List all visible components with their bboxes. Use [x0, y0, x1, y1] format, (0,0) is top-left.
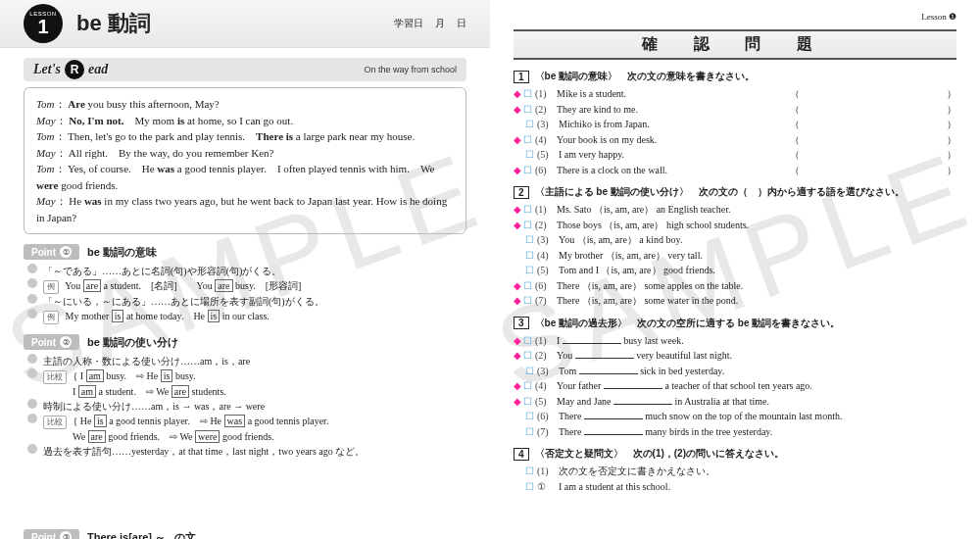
question-row: ◆☐(2)Those boys （is, am, are） high schoo…	[514, 218, 956, 233]
checkbox-icon: ☐	[523, 132, 532, 148]
section-number: 1	[514, 71, 529, 83]
item-number: (5)	[537, 263, 559, 278]
item-text: Mike is a student.	[557, 86, 626, 102]
diamond-icon: ◆	[514, 202, 521, 218]
bullet-icon	[27, 414, 37, 423]
answer-paren: （ ）	[790, 132, 956, 148]
point-line: 「～にいる，～にある」……あとに場所を表す副詞(句)がくる。	[27, 294, 466, 309]
item-number: (7)	[537, 424, 559, 440]
dialog-line: Tom： Yes, of course. He was a good tenni…	[36, 161, 454, 193]
item-text: There is a clock on the wall.	[557, 163, 667, 178]
bullet-icon	[27, 399, 37, 409]
checkbox-icon: ☐	[525, 464, 534, 479]
item-text: Your father a teacher of that school ten…	[557, 378, 812, 394]
question-list: ◆☐(1)I busy last week.◆☐(2)You very beau…	[514, 333, 956, 440]
item-text: There （is, am, are） some water in the po…	[557, 293, 738, 309]
lesson-tag: Lesson ❶	[514, 10, 956, 24]
item-number: (3)	[537, 364, 559, 379]
checkbox-icon: ☐	[525, 424, 534, 440]
point2-body: 主語の人称・数による使い分け……am，is，are比較 { I am busy.…	[24, 354, 466, 459]
section-title: 〈be 動詞の過去形〉 次の文の空所に適する be 動詞を書きなさい。	[535, 317, 841, 330]
section-title: 〈be 動詞の意味〉 次の文の意味を書きなさい。	[535, 70, 755, 83]
confirmation-header: 確 認 問 題	[514, 29, 956, 60]
question-list: ◆☐(1)Ms. Sato （is, am, are） an English t…	[514, 202, 956, 309]
diamond-icon	[514, 248, 523, 264]
checkbox-icon: ☐	[523, 86, 532, 102]
left-page: SAMPLE LESSON 1 be 動詞 学習日 月 日 Let's R ea…	[0, 0, 490, 539]
item-number: (2)	[535, 218, 557, 233]
dialog-line: May： He was in my class two years ago, b…	[36, 193, 454, 225]
question-row: ☐(3)Michiko is from Japan.（ ）	[514, 117, 956, 132]
item-number: (4)	[535, 132, 557, 148]
item-number: (1)	[535, 202, 557, 218]
point-line: 主語の人称・数による使い分け……am，is，are	[27, 354, 466, 368]
item-number: (2)	[535, 102, 557, 118]
item-text: Ms. Sato （is, am, are） an English teache…	[557, 202, 730, 218]
item-text: My brother （is, am, are） very tall.	[559, 248, 703, 264]
item-number: (1)	[535, 86, 557, 102]
section-number: 4	[514, 448, 529, 461]
checkbox-icon: ☐	[523, 293, 532, 309]
diamond-icon	[514, 232, 523, 248]
study-date: 学習日 月 日	[394, 17, 466, 30]
question-row: ☐(3)Tom sick in bed yesterday.	[514, 364, 956, 379]
point-line: 「～である」……あとに名詞(句)や形容詞(句)がくる。	[27, 264, 466, 278]
item-number: (1)	[535, 333, 557, 349]
diamond-icon: ◆	[514, 86, 521, 102]
diamond-icon: ◆	[514, 163, 521, 178]
checkbox-icon: ☐	[523, 202, 532, 218]
item-number: (3)	[537, 117, 559, 132]
diamond-icon: ◆	[514, 218, 521, 233]
checkbox-icon: ☐	[525, 232, 534, 248]
dialog-line: Tom： Are you busy this afternoon, May?	[36, 96, 454, 113]
bullet-icon	[27, 368, 37, 378]
question-row: ☐(4)My brother （is, am, are） very tall.	[514, 248, 956, 264]
section-header: 2〈主語による be 動詞の使い分け〉 次の文の（ ）内から適する語を選びなさい…	[514, 185, 956, 199]
lets-read-bar: Let's R ead On the way from school	[24, 58, 466, 81]
item-text: There （is, am, are） some apples on the t…	[557, 278, 743, 294]
question-row: ☐(3)You （is, am, are） a kind boy.	[514, 232, 956, 248]
answer-paren: （ ）	[790, 86, 956, 102]
item-text: Michiko is from Japan.	[559, 117, 650, 132]
checkbox-icon: ☐	[523, 348, 532, 364]
checkbox-icon: ☐	[523, 378, 532, 394]
dialog-line: Tom： Then, let's go to the park and play…	[36, 128, 454, 145]
diamond-icon: ◆	[514, 333, 521, 349]
diamond-icon	[514, 117, 523, 132]
diamond-icon: ◆	[514, 348, 521, 364]
section-header: 4〈否定文と疑問文〉 次の(1)，(2)の問いに答えなさい。	[514, 447, 956, 461]
diamond-icon: ◆	[514, 293, 521, 309]
item-text: Your book is on my desk.	[557, 132, 657, 148]
page-title: be 動詞	[76, 9, 151, 38]
item-text: There much snow on the top of the mounta…	[559, 409, 842, 424]
item-number: (6)	[535, 163, 557, 178]
checkbox-icon: ☐	[523, 218, 532, 233]
point1-body: 「～である」……あとに名詞(句)や形容詞(句)がくる。例 You are a s…	[24, 264, 466, 324]
question-row: ◆☐(2)They are kind to me.（ ）	[514, 102, 956, 118]
question-row: ◆☐(2)You very beautiful last night.	[514, 348, 956, 364]
item-text: Tom and I （is, am, are） good friends.	[559, 263, 715, 278]
question-row: ◆☐(5)May and Jane in Australia at that t…	[514, 394, 956, 410]
checkbox-icon: ☐	[525, 248, 534, 264]
section-title: 〈主語による be 動詞の使い分け〉 次の文の（ ）内から適する語を選びなさい。	[535, 185, 905, 199]
diamond-icon	[514, 479, 523, 495]
point-line: 時制による使い分け……am，is → was，are → were	[27, 399, 466, 414]
item-number: (7)	[535, 293, 557, 309]
question-list: ◆☐(1)Mike is a student.（ ）◆☐(2)They are …	[514, 86, 956, 177]
point-line: 例 My mother is at home today. He is in o…	[27, 309, 466, 324]
checkbox-icon: ☐	[525, 117, 534, 132]
checkbox-icon: ☐	[525, 364, 534, 379]
question-row: ☐(6)There much snow on the top of the mo…	[514, 409, 956, 424]
question-sections: 1〈be 動詞の意味〉 次の文の意味を書きなさい。◆☐(1)Mike is a …	[514, 70, 956, 494]
question-row: ☐(5)I am very happy.（ ）	[514, 147, 956, 163]
item-number: (6)	[535, 278, 557, 294]
item-number: (2)	[535, 348, 557, 364]
question-row: ☐(7)There many birds in the tree yesterd…	[514, 424, 956, 440]
diamond-icon	[514, 263, 523, 278]
point2-title: be 動詞の使い分け	[87, 335, 178, 350]
checkbox-icon: ☐	[523, 333, 532, 349]
item-text: You （is, am, are） a kind boy.	[559, 232, 682, 248]
answer-paren: （ ）	[790, 102, 956, 118]
checkbox-icon: ☐	[525, 263, 534, 278]
question-row: ◆☐(6)There is a clock on the wall.（ ）	[514, 163, 956, 178]
